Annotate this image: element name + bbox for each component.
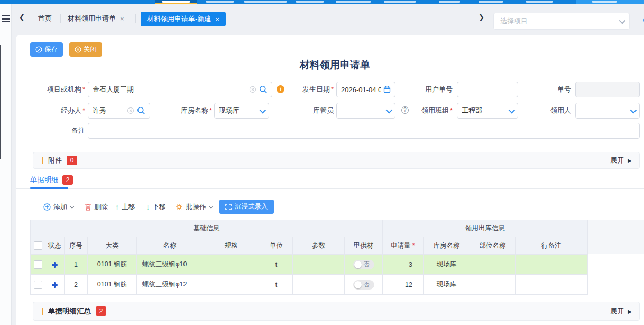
menu-text-fragment [479,1,503,3]
attachments-section: 附件 0 展开▶ [33,152,640,169]
tab-label: 材料领用申请单-新建 [147,14,211,24]
clear-icon[interactable] [249,86,256,93]
line-remark-cell[interactable] [516,255,588,275]
warehouse-cell[interactable]: 现场库 [424,255,470,275]
line-remark-cell[interactable] [516,275,588,295]
hamburger-menu-icon[interactable] [2,15,10,22]
remark-label: 备注 [30,123,85,139]
supplied-toggle[interactable]: 否 [353,280,374,290]
category-cell[interactable]: 0101 钢筋 [88,255,137,275]
search-icon[interactable] [259,85,268,94]
arrow-up-icon: ↑ [115,203,119,211]
column-header: 申请量* [383,237,424,255]
table-row[interactable]: 10101 钢筋螺纹三级钢φ10t否3现场库 [31,255,588,275]
section-marker [42,157,43,164]
part-cell[interactable] [470,255,516,275]
clear-icon[interactable] [127,107,134,114]
row-select-cell [31,255,45,275]
check-circle-icon [35,46,42,53]
unit-cell[interactable]: t [260,275,293,295]
immersive-entry-button[interactable]: 沉浸式录入 [219,200,274,214]
summary-expand-button[interactable]: 展开▶ [610,306,632,316]
tab-home[interactable]: 首页 [38,14,52,23]
select-all-checkbox[interactable] [34,241,42,250]
detail-table: 基础信息领用出库信息状态序号大类名称规格单位参数甲供材申请量*库房名称部位名称行… [30,220,588,295]
batch-operation-button[interactable]: 批操作 [176,200,212,214]
insert-row-icon[interactable] [52,262,58,268]
remark-input[interactable] [88,123,640,139]
param-cell[interactable] [293,275,345,295]
tab-divider [60,14,61,23]
menu-text-fragment [296,1,324,3]
tabs-scroll-right-icon[interactable]: ❯ [479,13,484,21]
table-header-filler [587,220,644,254]
insert-row-icon[interactable] [52,282,58,288]
table-row[interactable]: 20101 钢筋螺纹三级钢φ12t否12现场库 [31,275,588,295]
chevron-down-icon [260,106,266,113]
row-checkbox[interactable] [34,281,42,289]
page-title: 材料领用申请单 [30,58,640,72]
help-icon[interactable]: ? [401,106,409,114]
team-select[interactable]: 工程部 [457,103,518,119]
menu-text-fragment [244,1,287,3]
qty-cell[interactable]: 3 [383,255,424,275]
supplied-toggle[interactable]: 否 [353,260,374,269]
menu-text-fragment [162,1,190,3]
search-icon[interactable] [137,106,145,115]
project-label: 项目或机构* [30,82,85,97]
tabs-scroll-left-icon[interactable]: ❮ [19,13,25,21]
name-cell[interactable]: 螺纹三级钢φ12 [137,275,203,295]
tab-material-requisition[interactable]: 材料领用申请单 × [68,14,124,23]
delete-row-button[interactable]: 删除 [85,200,108,214]
warehouse-select[interactable]: 现场库 [214,103,269,119]
menu-text-fragment [336,1,371,3]
unit-cell[interactable]: t [260,255,293,275]
active-menu-item[interactable] [155,0,197,4]
project-value: 金石大厦三期 [93,85,246,94]
tab-label: 材料领用申请单 [68,14,116,23]
arrow-down-icon: ↓ [146,203,150,211]
column-header: 名称 [137,237,203,255]
handler-label: 经办人* [30,103,85,119]
category-cell[interactable]: 0101 钢筋 [88,275,137,295]
name-cell[interactable]: 螺纹三级钢φ10 [137,255,203,275]
row-checkbox[interactable] [34,260,42,269]
info-icon[interactable]: i [277,85,284,93]
toggle-knob [354,261,362,268]
detail-count-badge: 2 [62,175,73,185]
doc-no-label: 单号 [539,82,571,97]
project-select[interactable]: 选择项目 [493,13,630,30]
spec-cell[interactable] [203,255,260,275]
project-input[interactable]: 金石大厦三期 [88,82,272,97]
close-tab-icon[interactable]: × [215,15,219,23]
param-cell[interactable] [293,255,345,275]
warehouse-cell[interactable]: 现场库 [424,275,470,295]
attachments-expand-button[interactable]: 展开▶ [610,156,632,165]
collapsed-sidebar [0,4,12,325]
spec-cell[interactable] [203,275,260,295]
date-input[interactable]: 2026-01-04 0 [336,82,395,97]
handler-value: 许秀 [93,106,124,115]
tab-detail-lines[interactable]: 单据明细 2 [30,175,73,185]
calendar-icon[interactable] [383,86,391,93]
add-row-button[interactable]: 添加 [43,200,73,214]
tab-material-requisition-new[interactable]: 材料领用申请单-新建 × [141,12,226,26]
user-order-no-label: 用户单号 [417,82,453,97]
save-button[interactable]: 保存 [30,42,63,57]
recipient-select[interactable] [575,103,640,119]
keeper-select[interactable] [336,103,395,119]
chevron-down-icon [509,106,516,113]
column-group-outbound-info: 领用出库信息 [383,220,588,237]
part-cell[interactable] [470,275,516,295]
close-button[interactable]: 关闭 [69,42,102,57]
move-down-button[interactable]: ↓ 下移 [146,200,166,214]
detail-tab-label: 单据明细 [30,175,59,185]
close-tab-icon[interactable]: × [120,15,124,23]
move-up-button[interactable]: ↑ 上移 [115,200,135,214]
summary-count-badge: 2 [96,306,106,316]
handler-input[interactable]: 许秀 [88,103,150,119]
qty-cell[interactable]: 12 [383,275,424,295]
app-screen: ❮ 首页 材料领用申请单 × 材料领用申请单-新建 × ❯ 选择项目 保存 关闭… [0,0,644,325]
user-order-no-input[interactable] [457,82,518,97]
save-label: 保存 [44,45,58,54]
